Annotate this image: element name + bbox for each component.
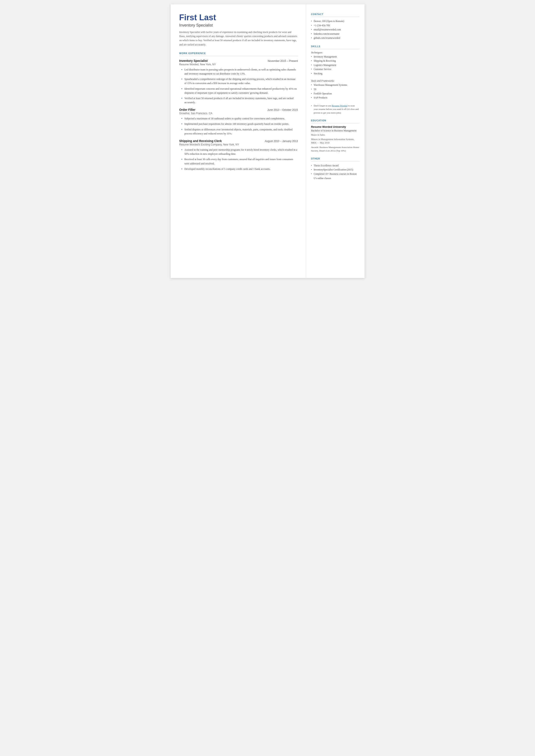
list-item: Forklift Operation bbox=[311, 92, 359, 96]
list-item: Subjected a maximum of 30 outbound order… bbox=[182, 117, 298, 121]
job-1-dates: November 2015 – Present bbox=[268, 60, 298, 63]
other-list: Thesis Excellence Award InventorySpecial… bbox=[311, 164, 359, 181]
list-item: Implemented purchase requisitions for al… bbox=[182, 122, 298, 126]
contact-section: CONTACT Denver, OH (Open to Remote) +1-2… bbox=[311, 13, 359, 40]
job-2-company: Growthsi, San Francisco, CA bbox=[179, 112, 298, 115]
list-item: Identified important concerns and execut… bbox=[182, 87, 298, 95]
list-item: Stocking bbox=[311, 71, 359, 76]
contact-list: Denver, OH (Open to Remote) +1-234-456-7… bbox=[311, 19, 359, 40]
job-3-header: Shipping and Receiving Clerk August 2010… bbox=[179, 139, 298, 143]
list-item: email@resumeworded.com bbox=[311, 28, 359, 32]
job-1-header: Inventory Specialist November 2015 – Pre… bbox=[179, 59, 298, 63]
promo-link[interactable]: Resume Worded bbox=[332, 104, 348, 107]
job-3-dates: August 2010 – January 2013 bbox=[265, 140, 298, 143]
name: First Last bbox=[179, 13, 298, 22]
job-2-dates: June 2013 – October 2015 bbox=[267, 108, 298, 111]
list-item: +1-234-456-789 bbox=[311, 23, 359, 28]
education-label: EDUCATION bbox=[311, 119, 359, 122]
job-3: Shipping and Receiving Clerk August 2010… bbox=[179, 139, 298, 171]
promo-note: Don't forget to use Resume Worded to sca… bbox=[311, 104, 359, 115]
job-2-header: Order Filler June 2013 – October 2015 bbox=[179, 108, 298, 111]
job-1-bullets: Led distributor team in pursuing sales p… bbox=[182, 68, 298, 105]
tools-subtitle: Tools and Frameworks: bbox=[311, 79, 359, 82]
education-section: EDUCATION Resume Worded University Bache… bbox=[311, 119, 359, 153]
work-experience-label: WORK EXPERIENCE bbox=[179, 52, 298, 55]
edu-school: Resume Worded University bbox=[311, 126, 359, 128]
list-item: SAP Products bbox=[311, 96, 359, 100]
work-experience-divider bbox=[179, 56, 298, 56]
list-item: Customer Service bbox=[311, 67, 359, 71]
job-title: Inventory Specialist bbox=[179, 23, 298, 28]
job-2: Order Filler June 2013 – October 2015 Gr… bbox=[179, 108, 298, 136]
other-section: OTHER Thesis Excellence Award InventoryS… bbox=[311, 157, 359, 181]
left-column: First Last Inventory Specialist Inventor… bbox=[171, 4, 306, 278]
list-item: Completed 10+ Business courses in Boston… bbox=[311, 172, 359, 181]
edu-awards: Awards: Business Management Association … bbox=[311, 146, 359, 153]
job-3-title: Shipping and Receiving Clerk bbox=[179, 139, 222, 143]
list-item: Assisted in the training and peer mentor… bbox=[182, 148, 298, 156]
list-item: Warehouse Management Systems bbox=[311, 83, 359, 87]
edu-major: Major in Sales bbox=[311, 133, 359, 137]
list-item: github.com/resumeworded bbox=[311, 36, 359, 40]
other-label: OTHER bbox=[311, 157, 359, 160]
right-column: CONTACT Denver, OH (Open to Remote) +1-2… bbox=[306, 4, 365, 278]
skills-section: SKILLS Techniques: Inventory Management … bbox=[311, 45, 359, 114]
promo-text: Don't forget to use bbox=[314, 104, 332, 107]
contact-divider bbox=[311, 17, 359, 17]
summary: Inventory Specialist with twelve years o… bbox=[179, 30, 298, 47]
list-item: Inventory Management bbox=[311, 55, 359, 59]
skills-label: SKILLS bbox=[311, 45, 359, 48]
list-item: Led distributor team in pursuing sales p… bbox=[182, 68, 298, 76]
techniques-subtitle: Techniques: bbox=[311, 51, 359, 54]
list-item: Shipping & Receiving bbox=[311, 59, 359, 63]
job-1-title: Inventory Specialist bbox=[179, 59, 208, 63]
list-item: Developed monthly reconciliations of 5 c… bbox=[182, 167, 298, 171]
contact-label: CONTACT bbox=[311, 13, 359, 15]
job-2-title: Order Filler bbox=[179, 108, 195, 111]
job-2-bullets: Subjected a maximum of 30 outbound order… bbox=[182, 117, 298, 136]
techniques-list: Inventory Management Shipping & Receivin… bbox=[311, 55, 359, 76]
list-item: 5S bbox=[311, 87, 359, 92]
list-item: Verified at least 50 returned products i… bbox=[182, 96, 298, 104]
job-3-bullets: Assisted in the training and peer mentor… bbox=[182, 148, 298, 171]
edu-minor: Minors in Management Information Systems… bbox=[311, 137, 359, 145]
list-item: Settled disputes or differences over inv… bbox=[182, 127, 298, 136]
job-1: Inventory Specialist November 2015 – Pre… bbox=[179, 59, 298, 105]
list-item: Received at least 30 calls every day fro… bbox=[182, 157, 298, 165]
job-3-company: Resume Worded's Exciting Company, New Yo… bbox=[179, 143, 298, 146]
edu-degree: Bachelor of Science in Business Manageme… bbox=[311, 129, 359, 132]
list-item: linkedin.com/in/username bbox=[311, 32, 359, 36]
resume-page: First Last Inventory Specialist Inventor… bbox=[171, 4, 365, 278]
job-1-company: Resume Worded, New York, NY bbox=[179, 63, 298, 66]
list-item: Thesis Excellence Award bbox=[311, 164, 359, 168]
other-divider bbox=[311, 161, 359, 161]
tools-list: Warehouse Management Systems 5S Forklift… bbox=[311, 83, 359, 100]
list-item: Denver, OH (Open to Remote) bbox=[311, 19, 359, 23]
list-item: InventorySpecialist Certification (2015) bbox=[311, 168, 359, 172]
list-item: Spearheaded a comprehensive redesign of … bbox=[182, 77, 298, 85]
list-item: Logistics Management bbox=[311, 63, 359, 68]
